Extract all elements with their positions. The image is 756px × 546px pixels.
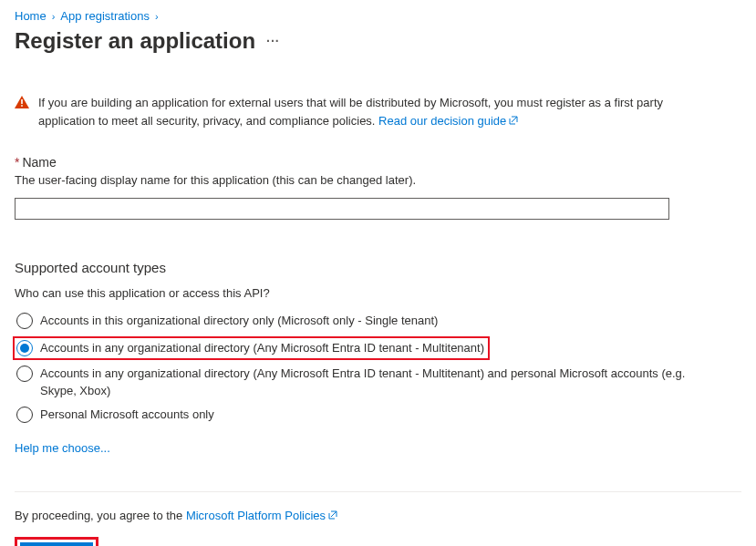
radio-label: Accounts in any organizational directory… bbox=[40, 340, 484, 356]
radio-button[interactable] bbox=[16, 366, 33, 382]
radio-row-single-tenant[interactable]: Accounts in this organizational director… bbox=[16, 313, 709, 329]
radio-button[interactable] bbox=[16, 407, 33, 423]
platform-policies-link[interactable]: Microsoft Platform Policies bbox=[186, 509, 338, 522]
chevron-right-icon: › bbox=[52, 11, 56, 22]
radio-row-multitenant[interactable]: Accounts in any organizational directory… bbox=[13, 336, 490, 360]
warning-icon bbox=[15, 96, 29, 108]
page-title-text: Register an application bbox=[15, 28, 255, 54]
name-input[interactable] bbox=[15, 198, 669, 220]
page-title: Register an application ··· bbox=[15, 28, 741, 54]
radio-button[interactable] bbox=[16, 340, 33, 356]
chevron-right-icon: › bbox=[155, 11, 159, 22]
warning-text: If you are building an application for e… bbox=[38, 94, 671, 129]
warning-text-body: If you are building an application for e… bbox=[38, 96, 663, 128]
breadcrumb: Home › App registrations › bbox=[15, 9, 741, 23]
radio-button[interactable] bbox=[16, 313, 33, 329]
divider bbox=[15, 491, 741, 492]
name-help-text: The user-facing display name for this ap… bbox=[15, 173, 741, 187]
help-me-choose-link[interactable]: Help me choose... bbox=[15, 441, 110, 455]
more-actions-ellipsis[interactable]: ··· bbox=[266, 34, 280, 48]
agreement-text: By proceeding, you agree to the Microsof… bbox=[15, 509, 741, 522]
first-party-warning: If you are building an application for e… bbox=[15, 94, 671, 129]
radio-row-personal-only[interactable]: Personal Microsoft accounts only bbox=[16, 407, 709, 423]
breadcrumb-app-registrations[interactable]: App registrations bbox=[60, 9, 150, 23]
radio-label: Personal Microsoft accounts only bbox=[40, 407, 214, 423]
account-types-question: Who can use this application or access t… bbox=[15, 286, 741, 300]
decision-guide-link[interactable]: Read our decision guide bbox=[378, 114, 519, 128]
account-types-heading: Supported account types bbox=[15, 260, 741, 275]
svg-rect-0 bbox=[21, 99, 23, 104]
radio-row-multitenant-personal[interactable]: Accounts in any organizational directory… bbox=[16, 366, 709, 398]
register-button[interactable]: Register bbox=[20, 542, 93, 546]
external-link-icon bbox=[508, 115, 519, 126]
required-asterisk: * bbox=[15, 155, 19, 170]
radio-label: Accounts in this organizational director… bbox=[40, 313, 438, 329]
radio-label: Accounts in any organizational directory… bbox=[40, 366, 709, 398]
breadcrumb-home[interactable]: Home bbox=[15, 9, 47, 23]
register-highlight: Register bbox=[15, 537, 98, 546]
name-label: *Name bbox=[15, 155, 741, 170]
external-link-icon bbox=[327, 510, 338, 520]
account-types-radio-group: Accounts in this organizational director… bbox=[16, 313, 741, 423]
svg-rect-1 bbox=[21, 105, 23, 107]
